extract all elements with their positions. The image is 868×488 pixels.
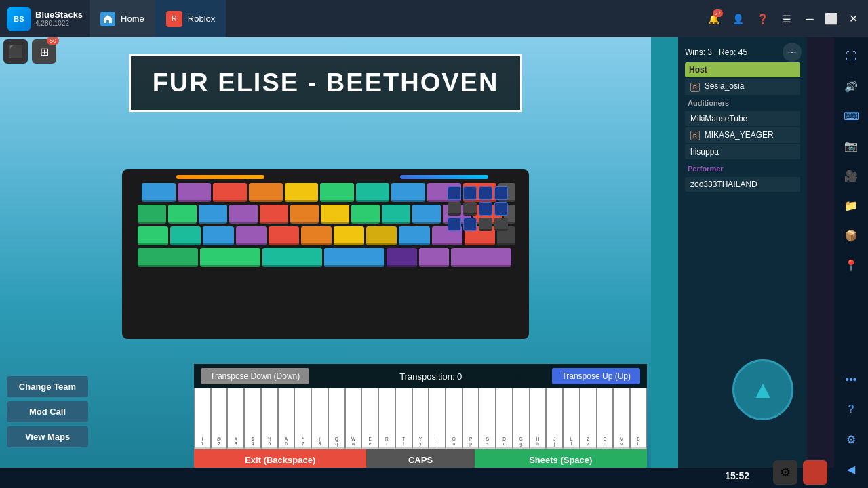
piano-key-Q[interactable]: Qq [328,388,345,449]
piano-key-R[interactable]: Rr [378,388,395,449]
avatar-button[interactable] [803,460,827,485]
help-side-icon[interactable]: ? [839,397,863,422]
main-area: FUR ELISE - BEETHOVEN [0,37,807,488]
up-arrow-icon: ▲ [751,375,775,404]
record-icon[interactable]: 🎥 [839,163,863,188]
tab-roblox[interactable]: R Roblox [155,0,226,37]
fullscreen-icon[interactable]: ⛶ [839,44,863,68]
home-icon [100,12,115,26]
keyboard-icon[interactable]: ⌨ [839,104,863,128]
piano-key-5[interactable]: %5 [261,388,278,449]
bottom-right-controls: ⚙ 15:52 [773,460,827,485]
piano-key-at[interactable]: @2 [211,388,228,449]
title-bar: BS BlueStacks 4.280.1022 Home R Roblox 🔔… [0,0,868,37]
host-section-label: Host [685,62,800,77]
piano-key-E[interactable]: Ee [361,388,378,449]
game-view[interactable]: FUR ELISE - BEETHOVEN [0,37,651,488]
piano-key-J[interactable]: Jj [546,388,563,449]
back-icon[interactable]: ◀ [839,457,863,481]
piano-key-P[interactable]: Pp [462,388,479,449]
time-display: 15:52 [725,470,749,481]
folder-icon[interactable]: 📁 [839,193,863,218]
help-btn[interactable]: ❓ [751,8,773,30]
location-icon[interactable]: 📍 [839,253,863,277]
transpose-down-button[interactable]: Transpose Down (Down) [201,368,309,384]
piano-white-keys: l1 @2 #3 $4 %5 A6 *7 (8 Qq Ww Ee Rr Tt Y… [194,388,647,449]
auditioners-label: Auditioners [685,96,800,110]
volume-icon[interactable]: 🔊 [839,74,863,98]
piano-key-L[interactable]: Ll [563,388,580,449]
settings-side-icon[interactable]: ⚙ [839,427,863,451]
keyboard-body [122,169,529,339]
more-options-button[interactable]: ··· [783,43,802,62]
piano-key-I[interactable]: Ii [429,388,446,449]
song-title: FUR ELISE - BEETHOVEN [151,68,500,98]
kb-keys-area [136,183,515,325]
piano-key-D[interactable]: Dd [496,388,513,449]
piano-key-star[interactable]: *7 [294,388,311,449]
kb-glow-blue [400,175,488,179]
piano-key-W[interactable]: Ww [345,388,362,449]
change-team-button[interactable]: Change Team [7,376,88,397]
bs-icon: BS [7,7,31,31]
piano-key-paren[interactable]: (8 [311,388,328,449]
piano-key-T[interactable]: Tt [395,388,412,449]
piano-controls: Transpose Down (Down) Transposition: 0 T… [194,364,647,388]
apps-icon[interactable]: ⊞ 50 [32,39,56,64]
piano-keys-wrapper: l1 @2 #3 $4 %5 A6 *7 (8 Qq Ww Ee Rr Tt Y… [194,388,647,449]
cube-icon[interactable]: ⬛ [3,39,28,64]
host-player-row: R Sesia_osia [685,79,800,95]
tab-home[interactable]: Home [90,0,155,37]
title-bar-right: 🔔 27 👤 ❓ ☰ ─ ⬜ ✕ [703,8,868,30]
piano-key-S[interactable]: Ss [479,388,496,449]
piano-key-l[interactable]: l1 [194,388,211,449]
roblox-tab-icon: R [166,11,182,27]
restore-btn[interactable]: ⬜ [822,9,841,28]
up-arrow-button[interactable]: ▲ [732,359,793,420]
menu-btn[interactable]: ☰ [776,8,797,30]
app-logo: BS BlueStacks 4.280.1022 [0,7,90,31]
piano-key-A[interactable]: A6 [278,388,295,449]
transpose-up-button[interactable]: Transpose Up (Up) [552,368,640,384]
transposition-label: Transposition: 0 [399,371,462,382]
piano-key-hash[interactable]: #3 [227,388,244,449]
performer-label: Performer [685,162,800,176]
mod-call-button[interactable]: Mod Call [7,401,88,422]
right-sidebar: ⛶ 🔊 ⌨ 📷 🎥 📁 📦 📍 ••• ? ⚙ ◀ [834,37,868,488]
piano-key-Y[interactable]: Yy [412,388,429,449]
piano-key-G[interactable]: Gg [513,388,530,449]
piano-key-H[interactable]: Hh [530,388,547,449]
piano-key-B[interactable]: Bb [630,388,647,449]
left-sidebar: Change Team Mod Call View Maps [7,376,88,447]
keyboard-display [122,169,529,339]
performer-row-0: zoo333THAILAND [685,177,800,192]
screenshot-icon[interactable]: 📷 [839,134,863,158]
piano-key-4[interactable]: $4 [244,388,261,449]
close-btn[interactable]: ✕ [844,9,863,28]
minimize-btn[interactable]: ─ [800,9,819,28]
auditioner-row-2: hisuppa [685,144,800,159]
right-panel: ··· Wins: 3 Rep: 45 Host R Sesia_osia Au… [678,37,807,488]
top-left-icons: ⬛ ⊞ 50 [3,39,56,64]
bs-text: BlueStacks 4.280.1022 [35,9,83,28]
piano-key-C[interactable]: Cc [597,388,614,449]
roblox-icon-2: R [690,131,700,140]
roblox-player-icon: R [690,83,700,92]
gear-button[interactable]: ⚙ [773,460,797,485]
account-btn[interactable]: 👤 [727,8,749,30]
auditioner-row-0: MikiMauseTube [685,111,800,126]
song-title-overlay: FUR ELISE - BEETHOVEN [129,54,522,112]
piano-key-V[interactable]: Vv [613,388,630,449]
more-icon[interactable]: ••• [839,367,863,392]
piano-key-Z[interactable]: Zz [580,388,597,449]
kb-glow-orange [176,175,264,179]
archive-icon[interactable]: 📦 [839,223,863,247]
piano-key-O[interactable]: Oo [446,388,462,449]
auditioner-row-1: R MIKASA_YEAGER [685,127,800,144]
view-maps-button[interactable]: View Maps [7,426,88,447]
notification-btn[interactable]: 🔔 27 [703,8,724,30]
